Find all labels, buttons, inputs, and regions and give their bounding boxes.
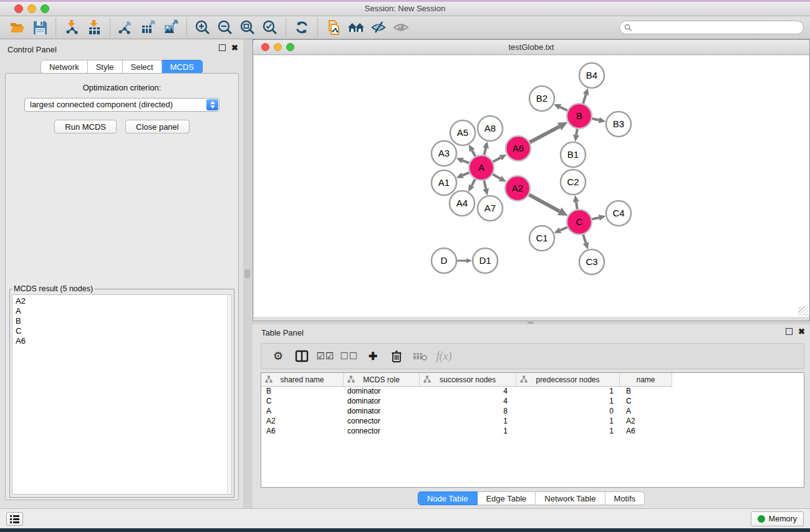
maximize-window-button[interactable] bbox=[41, 4, 49, 13]
result-item[interactable]: A bbox=[16, 306, 228, 316]
result-item[interactable]: C bbox=[16, 326, 228, 336]
table-cell[interactable]: C bbox=[261, 397, 344, 407]
edge-B-B2[interactable] bbox=[560, 107, 568, 111]
edge-A-A7[interactable] bbox=[484, 180, 486, 189]
table-row[interactable]: Cdominator41C bbox=[261, 397, 804, 407]
edge-A-A2[interactable] bbox=[492, 174, 500, 178]
edge-A6-B[interactable] bbox=[529, 127, 560, 143]
edge-B-B1[interactable] bbox=[576, 128, 577, 135]
table-row[interactable]: A2connector11A2 bbox=[261, 417, 804, 427]
column-header-successor-nodes[interactable]: successor nodes bbox=[420, 373, 516, 387]
table-cell[interactable]: 1 bbox=[516, 427, 620, 437]
network-minimize-button[interactable] bbox=[274, 43, 282, 51]
node-A1[interactable]: A1 bbox=[432, 170, 456, 195]
resize-grip-icon[interactable] bbox=[798, 306, 808, 316]
node-C3[interactable]: C3 bbox=[579, 249, 604, 274]
search-input[interactable] bbox=[635, 22, 803, 33]
zoom-fit-button[interactable] bbox=[236, 17, 259, 37]
table-cell[interactable]: 8 bbox=[420, 407, 516, 417]
column-header-shared-name[interactable]: shared name bbox=[261, 373, 344, 387]
edge-B-B4[interactable] bbox=[583, 95, 586, 104]
split-panel-button[interactable] bbox=[291, 346, 312, 366]
table-cell[interactable]: A bbox=[261, 407, 344, 417]
tab-motifs[interactable]: Motifs bbox=[605, 491, 645, 505]
close-window-button[interactable] bbox=[14, 4, 23, 13]
node-B3[interactable]: B3 bbox=[606, 112, 631, 137]
column-header-name[interactable]: name bbox=[620, 373, 672, 387]
select-all-button[interactable]: ☑☑ bbox=[315, 346, 336, 366]
function-builder-button[interactable]: f(x) bbox=[433, 346, 455, 366]
table-cell[interactable]: dominator bbox=[344, 407, 420, 417]
node-B4[interactable]: B4 bbox=[579, 63, 604, 88]
node-D[interactable]: D bbox=[432, 248, 456, 273]
float-panel-icon[interactable] bbox=[219, 44, 226, 51]
add-row-button[interactable]: ✚ bbox=[362, 346, 383, 366]
node-A[interactable]: A bbox=[469, 155, 494, 180]
node-A7[interactable]: A7 bbox=[478, 196, 503, 221]
table-cell[interactable]: 1 bbox=[420, 417, 516, 427]
memory-button[interactable]: Memory bbox=[751, 511, 804, 526]
delete-row-button[interactable] bbox=[386, 346, 407, 366]
tab-node-table[interactable]: Node Table bbox=[418, 491, 478, 505]
tab-mcds[interactable]: MCDS bbox=[162, 60, 203, 74]
delete-table-button[interactable] bbox=[410, 346, 431, 366]
optimization-criterion-select[interactable]: largest connected component (directed) bbox=[24, 98, 219, 112]
deselect-all-button[interactable]: ☐☐ bbox=[339, 346, 360, 366]
import-network-button[interactable] bbox=[60, 17, 83, 37]
edge-C-C4[interactable] bbox=[592, 218, 599, 220]
result-item[interactable]: A2 bbox=[16, 296, 228, 306]
network-canvas[interactable]: AA1A2A3A4A5A6A7A8BB1B2B3B4CC1C2C3C4DD1 bbox=[254, 56, 809, 317]
edge-A-A3[interactable] bbox=[463, 160, 470, 163]
tab-style[interactable]: Style bbox=[88, 60, 123, 74]
edge-A-A4[interactable] bbox=[471, 179, 475, 186]
node-A6[interactable]: A6 bbox=[506, 136, 531, 161]
edge-B-B3[interactable] bbox=[592, 118, 599, 120]
export-table-button[interactable] bbox=[137, 17, 160, 37]
column-settings-button[interactable]: ⚙ bbox=[268, 346, 289, 366]
node-B2[interactable]: B2 bbox=[529, 86, 554, 111]
tab-network-table[interactable]: Network Table bbox=[536, 491, 605, 505]
search-field[interactable] bbox=[619, 21, 804, 34]
table-cell[interactable]: 1 bbox=[420, 427, 516, 437]
splitter-handle[interactable] bbox=[528, 322, 534, 324]
network-close-button[interactable] bbox=[261, 43, 269, 51]
zoom-out-button[interactable] bbox=[214, 17, 236, 37]
network-maximize-button[interactable] bbox=[286, 43, 294, 51]
node-B[interactable]: B bbox=[567, 104, 592, 128]
graphics-details-button[interactable] bbox=[367, 17, 390, 37]
node-C2[interactable]: C2 bbox=[561, 170, 586, 195]
table-cell[interactable]: 4 bbox=[420, 397, 516, 407]
node-D1[interactable]: D1 bbox=[473, 248, 498, 273]
edge-C-C2[interactable] bbox=[576, 202, 577, 210]
result-item[interactable]: A6 bbox=[16, 336, 228, 346]
edge-A-A1[interactable] bbox=[463, 172, 470, 175]
export-network-button[interactable] bbox=[115, 17, 137, 37]
node-C4[interactable]: C4 bbox=[606, 201, 631, 226]
home-button[interactable] bbox=[345, 17, 367, 37]
task-history-button[interactable] bbox=[6, 512, 23, 526]
edge-A2-C[interactable] bbox=[529, 195, 560, 211]
node-A5[interactable]: A5 bbox=[450, 120, 475, 145]
save-session-button[interactable] bbox=[29, 17, 51, 37]
table-cell[interactable]: 4 bbox=[420, 387, 516, 397]
import-table-button[interactable] bbox=[83, 17, 105, 37]
table-cell[interactable]: A bbox=[620, 407, 672, 417]
open-session-button[interactable] bbox=[6, 17, 29, 37]
edge-A-A8[interactable] bbox=[484, 148, 486, 155]
splitter-handle[interactable] bbox=[244, 269, 250, 278]
node-A2[interactable]: A2 bbox=[505, 176, 530, 201]
table-cell[interactable]: A2 bbox=[620, 417, 672, 427]
node-C[interactable]: C bbox=[567, 210, 592, 235]
close-panel-icon[interactable]: ✖ bbox=[231, 44, 238, 51]
close-panel-button[interactable]: Close panel bbox=[125, 120, 190, 133]
table-cell[interactable]: 1 bbox=[516, 417, 620, 427]
node-B1[interactable]: B1 bbox=[561, 142, 586, 167]
edge-C-C1[interactable] bbox=[560, 227, 567, 230]
tab-edge-table[interactable]: Edge Table bbox=[477, 491, 536, 505]
table-cell[interactable]: B bbox=[620, 387, 672, 397]
new-network-from-selection-button[interactable] bbox=[322, 17, 345, 37]
vertical-splitter[interactable] bbox=[243, 39, 253, 508]
table-cell[interactable]: dominator bbox=[344, 387, 420, 397]
table-cell[interactable]: A6 bbox=[620, 427, 672, 437]
refresh-button[interactable] bbox=[291, 17, 313, 37]
